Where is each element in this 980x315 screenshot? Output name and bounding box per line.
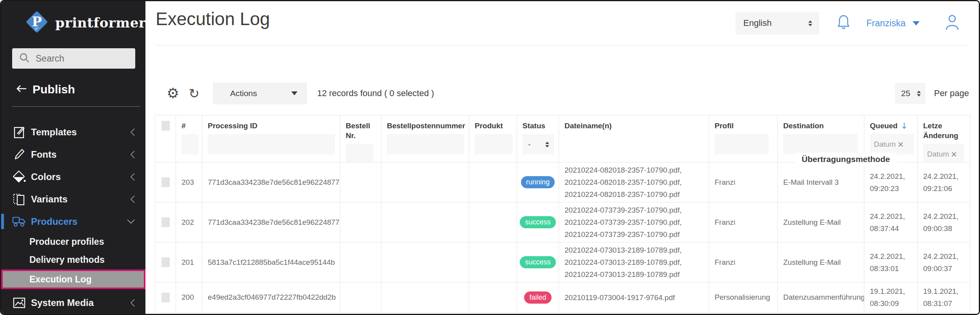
bestell-nr: [340, 162, 381, 202]
sidebar-item-fonts[interactable]: Fonts: [1, 143, 145, 166]
back-to-publish[interactable]: Publish: [15, 83, 145, 96]
language-select[interactable]: English: [735, 12, 819, 35]
variants-pages-icon: [12, 193, 26, 206]
row-checkbox[interactable]: [162, 177, 170, 187]
status-filter-select[interactable]: -: [523, 134, 554, 155]
logo[interactable]: P printformer: [24, 9, 145, 36]
status-cell: running: [517, 162, 559, 202]
row-checkbox[interactable]: [162, 257, 170, 267]
table-toolbar: ⚙ ↻ Actions 12 records found ( 0 selecte…: [156, 82, 969, 105]
actions-dropdown[interactable]: Actions: [213, 82, 307, 104]
main-content: Execution Log English Franziska: [145, 1, 979, 314]
user-caret-icon[interactable]: [913, 21, 920, 25]
filenames-cell: 20210224-073013-2189-10789.pdf,20210224-…: [559, 242, 709, 282]
sidebar-item-templates[interactable]: Templates: [1, 121, 145, 143]
dropdown-caret-icon: [291, 91, 298, 95]
queued-cell: 24.2.2021,08:33:01: [864, 242, 918, 282]
produkt: [469, 162, 517, 202]
destination-cell: Zustellung E-Mail: [778, 242, 864, 282]
header-produkt: Produkt: [469, 115, 517, 162]
page-title: Execution Log: [156, 8, 270, 29]
profil-cell: Franzi: [709, 242, 778, 282]
header-profil: Profil: [709, 115, 778, 162]
sidebar-item-producer-profiles[interactable]: Producer profiles: [1, 233, 145, 251]
sidebar-search[interactable]: [12, 48, 135, 69]
sort-desc-icon[interactable]: ↓: [901, 121, 908, 131]
filenames-cell: 20210224-073739-2357-10790.pdf,20210224-…: [559, 202, 709, 242]
publish-label: Publish: [33, 83, 75, 96]
user-menu[interactable]: Franziska: [866, 18, 906, 29]
bestellpostennummer-filter-input[interactable]: [387, 134, 464, 155]
queued-date-filter[interactable]: Datum ×: [870, 134, 914, 155]
status-badge: success: [520, 216, 555, 228]
app-window: P printformer Publish: [0, 0, 980, 315]
profile-button[interactable]: [945, 14, 960, 32]
sidebar-item-colors[interactable]: Colors: [1, 166, 145, 188]
row-checkbox[interactable]: [162, 217, 170, 227]
sidebar-nav: Templates Fonts: [1, 121, 145, 314]
row-number: 201: [176, 242, 202, 282]
profil-cell: Personalisierung: [709, 282, 778, 312]
chevron-down-icon: [127, 219, 135, 224]
status-cell: success: [517, 242, 559, 282]
truck-icon: [12, 216, 26, 227]
status-cell: success: [517, 202, 559, 242]
clear-filter-icon[interactable]: ×: [951, 149, 957, 159]
produkt: [469, 242, 517, 282]
produkt: [469, 282, 517, 312]
status-badge: running: [521, 176, 555, 188]
produkt-filter-input[interactable]: [475, 134, 512, 155]
filenames-cell: 20210224-082018-2357-10790.pdf,20210224-…: [559, 162, 709, 202]
sidebar-item-delivery-methods[interactable]: Delivery methods: [1, 251, 145, 269]
search-input[interactable]: [35, 53, 152, 64]
changed-cell: 19.1.2021,08:31:07: [918, 282, 970, 312]
header-processing-id: Processing ID: [202, 115, 340, 162]
sidebar-item-execution-log[interactable]: Execution Log: [1, 269, 145, 289]
row-number: 202: [176, 202, 202, 242]
header-num: #: [176, 115, 202, 162]
sidebar-item-producers[interactable]: Producers: [1, 210, 145, 233]
chevron-left-icon: [130, 150, 135, 159]
table-row-cell: [155, 282, 176, 312]
uebertragungsmethode-tooltip: Übertragungsmethode: [795, 153, 897, 166]
profil-filter-input[interactable]: [715, 134, 769, 155]
clear-filter-icon[interactable]: ×: [898, 139, 904, 149]
processing-id: 771d3caa334238e7de56c81e96224877: [202, 162, 340, 202]
printformer-logo-icon: P: [24, 9, 50, 36]
bell-icon: [837, 14, 851, 32]
select-arrows-icon: [545, 142, 549, 147]
letze-date-filter[interactable]: Datum ×: [923, 144, 964, 162]
records-count: 12 records found ( 0 selected ): [317, 88, 434, 98]
sidebar-item-system-media[interactable]: System Media: [1, 291, 145, 314]
destination-cell: E-Mail Intervall 3: [778, 162, 864, 202]
processing-id: e49ed2a3cf046977d72227fb0422dd2b: [202, 282, 340, 312]
num-filter-input[interactable]: [181, 134, 199, 155]
settings-gear-button[interactable]: ⚙: [167, 86, 179, 100]
header-status: Status -: [517, 115, 559, 162]
per-page-select[interactable]: 25: [895, 83, 926, 104]
chevron-left-icon: [130, 128, 135, 137]
header-dateiname: Dateiname(n): [559, 115, 709, 162]
destination-cell: Zustellung E-Mail: [778, 202, 864, 242]
queued-cell: 24.2.2021,08:37:44: [864, 202, 918, 242]
header-bestellpostennummer: Bestellpostennummer: [381, 115, 469, 162]
bestellpostennummer: [381, 242, 469, 282]
select-all-checkbox[interactable]: [162, 121, 170, 131]
bestell-nr-filter-input[interactable]: [346, 144, 373, 162]
execution-log-table: # Processing ID Bestell Nr. Bestellposte…: [155, 115, 970, 313]
processing-id-filter-input[interactable]: [208, 134, 335, 155]
chevron-left-icon: [130, 173, 135, 181]
per-page-value: 25: [901, 89, 910, 98]
back-arrow-icon: [15, 83, 27, 96]
search-icon: [18, 52, 30, 65]
profil-cell: Franzi: [709, 202, 778, 242]
refresh-button[interactable]: ↻: [189, 87, 200, 100]
destination-filter-input[interactable]: [783, 134, 858, 155]
notifications-button[interactable]: [837, 14, 851, 32]
row-checkbox[interactable]: [162, 293, 170, 302]
filenames-cell: 20210119-073004-1917-9764.pdf: [559, 282, 709, 312]
changed-cell: 24.2.2021,09:00:37: [918, 242, 970, 282]
sidebar-item-variants[interactable]: Variants: [1, 188, 145, 210]
produkt: [469, 202, 517, 242]
sidebar: P printformer Publish: [1, 1, 145, 314]
